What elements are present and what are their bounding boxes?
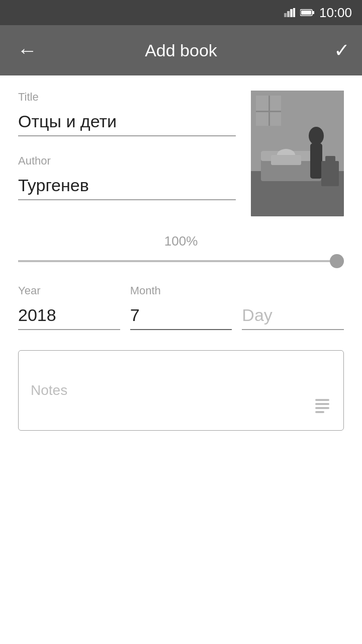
svg-rect-22 xyxy=(315,399,329,401)
book-cover-svg xyxy=(251,91,344,216)
svg-point-16 xyxy=(309,127,324,145)
author-input[interactable] xyxy=(18,172,236,200)
title-input[interactable] xyxy=(18,108,236,136)
signal-icon xyxy=(284,8,295,17)
svg-marker-1 xyxy=(287,11,290,17)
svg-rect-21 xyxy=(325,156,335,162)
svg-rect-20 xyxy=(321,161,339,186)
form-content: Title Author xyxy=(0,75,362,446)
svg-rect-6 xyxy=(301,11,311,15)
title-author-fields: Title Author xyxy=(18,91,236,218)
progress-percent-label: 100% xyxy=(18,233,344,249)
svg-marker-2 xyxy=(290,9,293,17)
day-input[interactable] xyxy=(242,301,344,330)
status-time: 10:00 xyxy=(319,5,352,21)
book-cover-image[interactable] xyxy=(251,91,344,216)
svg-rect-25 xyxy=(315,411,324,413)
title-image-group: Title Author xyxy=(18,91,344,218)
notes-placeholder: Notes xyxy=(31,382,67,398)
svg-rect-5 xyxy=(312,11,314,14)
title-field-group: Title xyxy=(18,91,236,136)
svg-rect-23 xyxy=(315,403,329,405)
svg-marker-0 xyxy=(284,13,287,17)
svg-marker-3 xyxy=(293,8,295,17)
page-title: Add book xyxy=(42,41,320,60)
app-bar: ← Add book ✓ xyxy=(0,25,362,75)
author-field-group: Author xyxy=(18,154,236,200)
month-field-group: Month xyxy=(130,284,232,330)
back-button[interactable]: ← xyxy=(12,39,42,62)
year-label: Year xyxy=(18,284,120,297)
notes-container[interactable]: Notes xyxy=(18,350,344,431)
month-label: Month xyxy=(130,284,232,297)
day-field-group: Day xyxy=(242,284,344,330)
date-section: Year Month Day xyxy=(18,284,344,330)
svg-rect-19 xyxy=(271,155,301,165)
progress-slider[interactable] xyxy=(18,260,344,262)
confirm-button[interactable]: ✓ xyxy=(334,39,350,61)
year-field-group: Year xyxy=(18,284,120,330)
month-input[interactable] xyxy=(130,301,232,330)
year-input[interactable] xyxy=(18,301,120,330)
day-label: Day xyxy=(242,284,344,297)
svg-rect-24 xyxy=(315,407,329,409)
svg-rect-17 xyxy=(310,143,322,179)
status-bar: 10:00 xyxy=(0,0,362,25)
title-label: Title xyxy=(18,91,236,104)
progress-section: 100% xyxy=(18,233,344,264)
author-label: Author xyxy=(18,154,236,168)
svg-rect-13 xyxy=(256,111,281,112)
notes-icon xyxy=(313,396,331,418)
battery-icon xyxy=(300,9,314,17)
status-icons: 10:00 xyxy=(284,5,352,21)
